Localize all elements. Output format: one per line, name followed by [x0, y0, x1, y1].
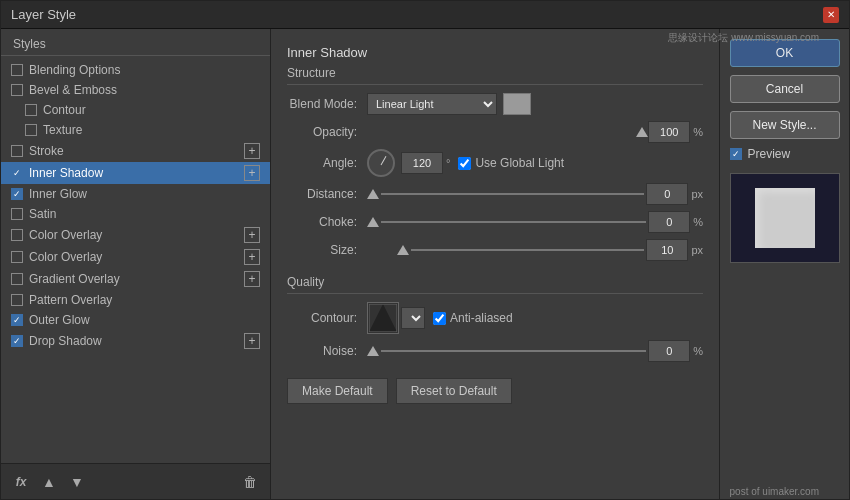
blend-mode-label: Blend Mode: — [287, 97, 367, 111]
checkbox-stroke[interactable] — [11, 145, 23, 157]
global-light-checkbox-container[interactable]: Use Global Light — [458, 156, 564, 170]
preview-checkbox[interactable] — [730, 148, 742, 160]
checkbox-inner-glow[interactable] — [11, 188, 23, 200]
layer-item-color-overlay-1[interactable]: Color Overlay + — [1, 224, 270, 246]
layer-label-outer-glow: Outer Glow — [29, 313, 90, 327]
layer-item-contour[interactable]: Contour — [1, 100, 270, 120]
checkbox-contour[interactable] — [25, 104, 37, 116]
fx-icon[interactable]: fx — [11, 472, 31, 492]
checkbox-outer-glow[interactable] — [11, 314, 23, 326]
noise-slider[interactable] — [367, 343, 648, 359]
layer-item-stroke[interactable]: Stroke + — [1, 140, 270, 162]
checkbox-satin[interactable] — [11, 208, 23, 220]
choke-input[interactable] — [648, 211, 690, 233]
layer-label-stroke: Stroke — [29, 144, 64, 158]
add-inner-shadow-button[interactable]: + — [244, 165, 260, 181]
distance-slider[interactable] — [367, 186, 646, 202]
layer-label-satin: Satin — [29, 207, 56, 221]
layer-item-blending-options[interactable]: Blending Options — [1, 60, 270, 80]
checkbox-bevel-emboss[interactable] — [11, 84, 23, 96]
structure-subtitle: Structure — [287, 66, 703, 85]
layer-label-bevel-emboss: Bevel & Emboss — [29, 83, 117, 97]
new-style-button[interactable]: New Style... — [730, 111, 840, 139]
choke-slider-thumb[interactable] — [367, 217, 379, 227]
add-gradient-overlay-button[interactable]: + — [244, 271, 260, 287]
size-input[interactable] — [646, 239, 688, 261]
layer-item-inner-glow[interactable]: Inner Glow — [1, 184, 270, 204]
add-color-overlay-1-button[interactable]: + — [244, 227, 260, 243]
checkbox-blending-options[interactable] — [11, 64, 23, 76]
add-stroke-button[interactable]: + — [244, 143, 260, 159]
quality-subtitle: Quality — [287, 275, 703, 294]
choke-slider[interactable] — [367, 214, 648, 230]
window-title: Layer Style — [11, 7, 76, 22]
opacity-slider-container — [367, 124, 648, 140]
right-panel: OK Cancel New Style... Preview — [719, 29, 849, 499]
size-slider-thumb[interactable] — [397, 245, 409, 255]
anti-aliased-checkbox[interactable] — [433, 312, 446, 325]
distance-label: Distance: — [287, 187, 367, 201]
delete-icon[interactable]: 🗑 — [240, 472, 260, 492]
checkbox-gradient-overlay[interactable] — [11, 273, 23, 285]
add-color-overlay-2-button[interactable]: + — [244, 249, 260, 265]
move-up-icon[interactable]: ▲ — [39, 472, 59, 492]
action-buttons-row: Make Default Reset to Default — [287, 378, 703, 404]
opacity-input[interactable] — [648, 121, 690, 143]
layer-item-inner-shadow[interactable]: Inner Shadow + — [1, 162, 270, 184]
layer-item-drop-shadow[interactable]: Drop Shadow + — [1, 330, 270, 352]
opacity-slider[interactable] — [367, 124, 648, 140]
size-row: Size: px — [287, 239, 703, 261]
preview-box — [730, 173, 840, 263]
preview-label: Preview — [748, 147, 791, 161]
quality-section: Quality Contour: ▾ — [287, 275, 703, 362]
left-bottom-toolbar: fx ▲ ▼ 🗑 — [1, 463, 270, 499]
color-swatch[interactable] — [503, 93, 531, 115]
noise-label: Noise: — [287, 344, 367, 358]
checkbox-color-overlay-2[interactable] — [11, 251, 23, 263]
layer-item-pattern-overlay[interactable]: Pattern Overlay — [1, 290, 270, 310]
layer-label-color-overlay-2: Color Overlay — [29, 250, 102, 264]
layer-item-satin[interactable]: Satin — [1, 204, 270, 224]
angle-label: Angle: — [287, 156, 367, 170]
noise-input[interactable] — [648, 340, 690, 362]
contour-preview[interactable] — [367, 302, 399, 334]
angle-dial[interactable] — [367, 149, 395, 177]
checkbox-texture[interactable] — [25, 124, 37, 136]
checkbox-color-overlay-1[interactable] — [11, 229, 23, 241]
angle-input[interactable] — [401, 152, 443, 174]
choke-unit: % — [693, 216, 703, 228]
checkbox-inner-shadow[interactable] — [11, 167, 23, 179]
distance-input[interactable] — [646, 183, 688, 205]
svg-marker-0 — [369, 304, 397, 332]
contour-dropdown[interactable]: ▾ — [401, 307, 425, 329]
close-button[interactable]: ✕ — [823, 7, 839, 23]
opacity-unit: % — [693, 126, 703, 138]
layer-item-texture[interactable]: Texture — [1, 120, 270, 140]
opacity-slider-thumb[interactable] — [636, 127, 648, 137]
contour-label: Contour: — [287, 311, 367, 325]
main-content: Styles Blending Options Bevel & Emboss C… — [1, 29, 849, 499]
global-light-checkbox[interactable] — [458, 157, 471, 170]
size-unit: px — [691, 244, 703, 256]
cancel-button[interactable]: Cancel — [730, 75, 840, 103]
layer-item-outer-glow[interactable]: Outer Glow — [1, 310, 270, 330]
choke-label: Choke: — [287, 215, 367, 229]
layer-label-color-overlay-1: Color Overlay — [29, 228, 102, 242]
noise-slider-thumb[interactable] — [367, 346, 379, 356]
size-slider[interactable] — [367, 242, 646, 258]
checkbox-drop-shadow[interactable] — [11, 335, 23, 347]
layer-item-bevel-emboss[interactable]: Bevel & Emboss — [1, 80, 270, 100]
blend-mode-select[interactable]: Linear Light Normal Multiply Screen — [367, 93, 497, 115]
add-drop-shadow-button[interactable]: + — [244, 333, 260, 349]
left-panel: Styles Blending Options Bevel & Emboss C… — [1, 29, 271, 499]
move-down-icon[interactable]: ▼ — [67, 472, 87, 492]
layer-item-gradient-overlay[interactable]: Gradient Overlay + — [1, 268, 270, 290]
make-default-button[interactable]: Make Default — [287, 378, 388, 404]
distance-slider-thumb[interactable] — [367, 189, 379, 199]
distance-unit: px — [691, 188, 703, 200]
reset-default-button[interactable]: Reset to Default — [396, 378, 512, 404]
checkbox-pattern-overlay[interactable] — [11, 294, 23, 306]
styles-header: Styles — [1, 29, 270, 56]
distance-slider-line — [381, 193, 644, 195]
layer-item-color-overlay-2[interactable]: Color Overlay + — [1, 246, 270, 268]
